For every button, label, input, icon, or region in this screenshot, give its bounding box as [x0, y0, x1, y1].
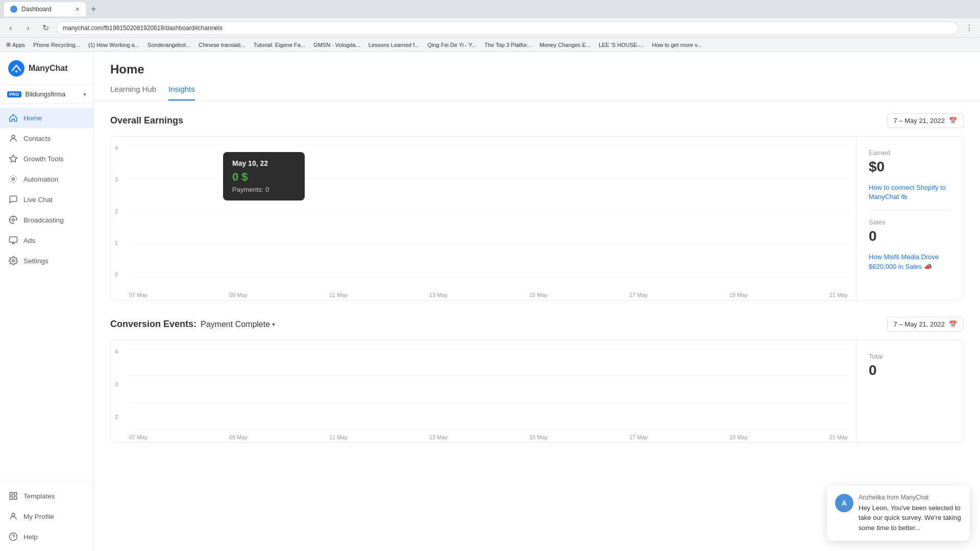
tooltip-payments: Payments: 0 [232, 186, 296, 193]
sidebar-item-ads[interactable]: Ads [0, 230, 93, 251]
sidebar-item-my-profile[interactable]: My Profile [0, 506, 93, 527]
bookmark-4[interactable]: Chinese translati... [197, 41, 247, 49]
sidebar-bottom: Templates My Profile [0, 481, 93, 551]
overall-earnings-date-range: 7 – May 21, 2022 [894, 117, 945, 124]
conv-y-label-3: 3 [115, 381, 118, 387]
sidebar-item-help[interactable]: Help [0, 527, 93, 547]
bookmark-1[interactable]: Phone Recycling... [31, 41, 82, 49]
workspace-chevron-icon: ▾ [83, 91, 86, 98]
x-axis-labels: 07 May 09 May 11 May 13 May 15 May 17 Ma… [129, 292, 848, 298]
back-button[interactable]: ‹ [4, 21, 17, 35]
active-browser-tab[interactable]: Dashboard ✕ [4, 2, 86, 16]
shopify-link[interactable]: How to connect Shopify to ManyChat 🛍 [869, 183, 951, 202]
svg-rect-8 [14, 492, 17, 495]
conversion-events-section: Conversion Events: Payment Complete ▾ 7 … [110, 317, 964, 443]
conv-x-label-7: 21 May [829, 434, 848, 440]
svg-point-4 [12, 219, 15, 221]
tab-insights[interactable]: Insights [168, 85, 195, 101]
sidebar-item-broadcasting[interactable]: Broadcasting [0, 210, 93, 230]
overall-earnings-header: Overall Earnings 7 – May 21, 2022 📅 [110, 113, 964, 128]
settings-icon [8, 256, 18, 266]
bookmark-12[interactable]: How to get more v... [650, 41, 704, 49]
tab-close-button[interactable]: ✕ [75, 6, 80, 13]
conversion-calendar-icon: 📅 [949, 320, 957, 328]
sidebar-item-templates[interactable]: Templates [0, 486, 93, 506]
new-tab-button[interactable]: + [89, 4, 99, 15]
workspace-info: PRO Bildungsfirma [7, 90, 65, 98]
sidebar-item-automation[interactable]: Automation [0, 169, 93, 189]
sidebar-item-settings[interactable]: Settings [0, 251, 93, 271]
sidebar-item-settings-label: Settings [23, 257, 48, 265]
bookmark-8[interactable]: Qing Fei De Yi - Y... [425, 41, 478, 49]
chart-tooltip: May 10, 22 0 $ Payments: 0 [223, 152, 305, 201]
pro-badge: PRO [7, 91, 21, 97]
sidebar-item-growth-tools[interactable]: Growth Tools [0, 148, 93, 169]
sidebar-item-contacts[interactable]: Contacts [0, 128, 93, 148]
workspace-name: Bildungsfirma [26, 90, 66, 98]
sidebar-item-live-chat[interactable]: Live Chat [0, 189, 93, 210]
overall-earnings-chart-sidebar: Earned $0 How to connect Shopify to Many… [856, 137, 963, 300]
chat-popup-content: Anzhelika from ManyChat Hey Leon, You've… [859, 494, 962, 533]
conv-x-label-6: 19 May [729, 434, 748, 440]
conv-x-axis-labels: 07 May 09 May 11 May 13 May 15 May 17 Ma… [129, 434, 848, 440]
content-area: Overall Earnings 7 – May 21, 2022 📅 4 3 … [94, 101, 980, 551]
templates-icon [8, 491, 18, 501]
ads-icon [8, 235, 18, 245]
bookmark-apps[interactable]: ⊞ Apps [4, 40, 27, 49]
x-label-5: 17 May [629, 292, 648, 298]
svg-point-0 [8, 60, 24, 77]
x-label-3: 13 May [429, 292, 448, 298]
bookmark-5[interactable]: Tutorial: Eigene Fa... [251, 41, 307, 49]
conv-y-label-2: 2 [115, 414, 118, 420]
y-label-4: 4 [115, 145, 118, 151]
conversion-date-picker[interactable]: 7 – May 21, 2022 📅 [887, 317, 964, 332]
svg-point-3 [12, 178, 15, 181]
bookmark-7[interactable]: Lessons Learned f... [366, 41, 422, 49]
y-label-1: 1 [115, 240, 118, 246]
sidebar-logo-text: ManyChat [29, 64, 67, 73]
tab-favicon [10, 6, 17, 13]
main-header: Home Learning Hub Insights [94, 52, 980, 101]
conversion-events-header: Conversion Events: Payment Complete ▾ 7 … [110, 317, 964, 332]
tab-learning-hub[interactable]: Learning Hub [110, 85, 156, 101]
tooltip-date: May 10, 22 [232, 159, 296, 167]
broadcasting-icon [8, 215, 18, 225]
sales-label: Sales [869, 218, 951, 226]
growth-tools-icon [8, 154, 18, 164]
bookmark-3[interactable]: Sonderangebot... [145, 41, 192, 49]
sidebar-item-help-label: Help [23, 533, 38, 541]
bookmarks-bar: ⊞ Apps Phone Recycling... (1) How Workin… [0, 38, 980, 52]
chat-message-text: Hey Leon, You've been selected to take o… [859, 503, 962, 533]
forward-button[interactable]: › [21, 21, 35, 35]
bookmark-10[interactable]: Money Changes E... [537, 41, 593, 49]
sidebar-item-live-chat-label: Live Chat [23, 196, 53, 204]
misfit-link[interactable]: How Misfit Media Drove $620,000 in Sales… [869, 253, 951, 271]
extensions-button[interactable]: ⋮ [963, 21, 976, 35]
workspace-selector[interactable]: PRO Bildungsfirma ▾ [0, 85, 93, 104]
sales-value: 0 [869, 228, 951, 244]
bookmark-6[interactable]: GMSN - Vologda... [311, 41, 362, 49]
sidebar-item-home-label: Home [23, 114, 42, 122]
tab-title: Dashboard [21, 6, 52, 13]
bookmark-9[interactable]: The Top 3 Platfor... [482, 41, 533, 49]
y-label-3: 3 [115, 177, 118, 183]
x-label-4: 15 May [529, 292, 548, 298]
chat-avatar: A [835, 494, 853, 512]
manychat-logo-icon [8, 60, 24, 77]
event-dropdown-arrow-icon: ▾ [272, 321, 275, 328]
bookmark-11[interactable]: LEE 'S HOUSE-... [597, 41, 646, 49]
svg-rect-9 [14, 497, 17, 499]
event-type-dropdown[interactable]: Payment Complete ▾ [201, 320, 275, 329]
conv-y-label-4: 4 [115, 348, 118, 355]
overall-earnings-section: Overall Earnings 7 – May 21, 2022 📅 4 3 … [110, 113, 964, 300]
chat-popup[interactable]: A Anzhelika from ManyChat Hey Leon, You'… [827, 486, 970, 541]
reload-button[interactable]: ↻ [39, 21, 52, 35]
address-bar[interactable]: manychat.com/fb198150208192061​8/dashboa… [56, 21, 959, 35]
sidebar-item-home[interactable]: Home [0, 108, 93, 128]
browser-tab-bar: Dashboard ✕ + [0, 0, 980, 18]
conversion-date-range: 7 – May 21, 2022 [894, 320, 945, 328]
overall-earnings-date-picker[interactable]: 7 – May 21, 2022 📅 [887, 113, 964, 128]
page-title: Home [110, 62, 964, 77]
bookmark-2[interactable]: (1) How Working a... [86, 41, 141, 49]
sidebar-item-broadcasting-label: Broadcasting [23, 216, 64, 224]
